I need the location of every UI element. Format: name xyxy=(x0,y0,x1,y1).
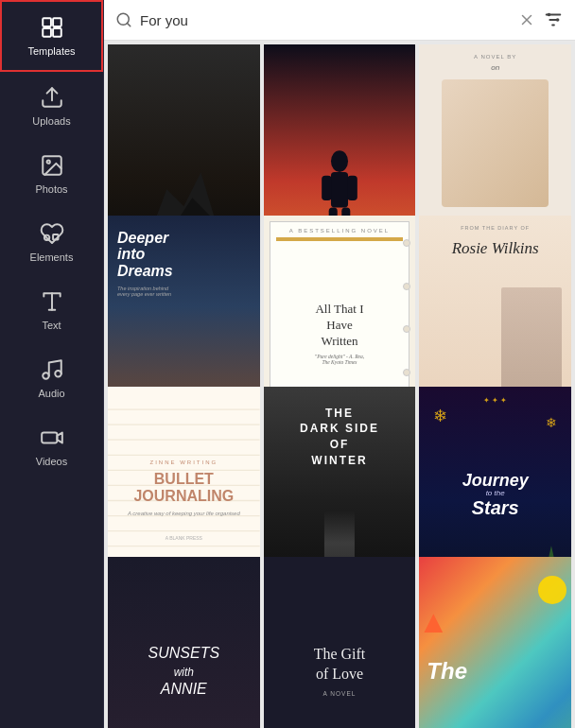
card-footer: A BLANK PRESS xyxy=(166,535,202,541)
card-title: Rosie Wilkins xyxy=(428,239,562,258)
svg-rect-28 xyxy=(322,175,332,199)
card-label: A NOVEL BY xyxy=(419,54,571,60)
card-subtitle: A NOVEL xyxy=(323,690,357,697)
search-bar xyxy=(104,0,575,41)
svg-rect-1 xyxy=(53,18,61,26)
card-title: The Giftof Love xyxy=(314,645,366,685)
svg-rect-0 xyxy=(43,18,51,26)
sidebar-elements-label: Elements xyxy=(30,251,74,263)
card-title: All That IHaveWritten xyxy=(315,302,364,350)
photos-icon xyxy=(40,153,64,178)
svg-rect-29 xyxy=(347,175,357,199)
sidebar-item-audio[interactable]: Audio xyxy=(0,344,103,412)
card-title: SUNSETSwithANNIE xyxy=(148,644,220,699)
templates-icon xyxy=(40,15,64,40)
card-title: The xyxy=(427,660,467,683)
sidebar-uploads-label: Uploads xyxy=(32,115,70,127)
sidebar-item-templates[interactable]: Templates xyxy=(0,0,103,72)
card-quote: "Pure delight" - A. Rea,The Kyoto Times xyxy=(315,354,364,365)
svg-rect-13 xyxy=(42,433,57,443)
svg-point-12 xyxy=(55,371,61,377)
template-card[interactable]: The Giftof Love A NOVEL xyxy=(264,557,416,728)
sidebar-videos-label: Videos xyxy=(36,456,67,467)
svg-rect-7 xyxy=(53,234,58,239)
svg-rect-3 xyxy=(53,28,61,37)
template-card[interactable]: ZINNE WRITING BULLETJOURNALING A creativ… xyxy=(108,387,260,615)
elements-icon xyxy=(40,221,64,246)
sidebar-item-text[interactable]: Text xyxy=(0,276,103,344)
card-title: BULLETJOURNALING xyxy=(133,471,234,504)
svg-point-6 xyxy=(46,161,49,164)
sidebar-item-videos[interactable]: Videos xyxy=(0,412,103,480)
card-label: FROM THE DIARY OF xyxy=(419,225,571,231)
search-filter-button[interactable] xyxy=(543,9,564,30)
card-label: A BESTSELLING NOVEL xyxy=(276,228,404,234)
svg-point-26 xyxy=(331,150,348,172)
svg-point-23 xyxy=(556,18,560,22)
svg-rect-27 xyxy=(331,171,348,207)
svg-point-22 xyxy=(548,13,551,17)
search-input[interactable] xyxy=(140,12,511,28)
card-desc: The inspiration behindevery page ever wr… xyxy=(117,286,251,297)
search-clear-button[interactable] xyxy=(518,11,535,28)
sidebar: Templates Uploads Photos Elements xyxy=(0,0,104,728)
card-desc: A creative way of keeping your life orga… xyxy=(128,511,240,516)
sidebar-audio-label: Audio xyxy=(38,388,64,399)
sidebar-photos-label: Photos xyxy=(35,183,67,195)
card-title-3: Stars xyxy=(462,497,529,519)
card-title: Journey xyxy=(462,472,529,489)
text-icon xyxy=(40,289,64,314)
template-grid: MARCELINE ANDERSON ADORA MONTMINY xyxy=(104,41,575,728)
main-content: MARCELINE ANDERSON ADORA MONTMINY xyxy=(104,0,575,728)
sidebar-text-label: Text xyxy=(42,320,61,331)
search-icon xyxy=(115,11,132,28)
card-title: DeeperintoDreams xyxy=(117,230,251,280)
sidebar-templates-label: Templates xyxy=(27,45,75,57)
card-label: ZINNE WRITING xyxy=(149,459,218,465)
sidebar-item-uploads[interactable]: Uploads xyxy=(0,72,103,140)
videos-icon xyxy=(40,425,64,450)
svg-rect-2 xyxy=(43,28,51,37)
sidebar-item-photos[interactable]: Photos xyxy=(0,140,103,208)
svg-line-16 xyxy=(127,23,130,26)
card-title-2: to the xyxy=(462,489,529,497)
audio-icon xyxy=(40,357,64,382)
svg-point-11 xyxy=(43,373,49,379)
card-title: THEDARK SIDEOFWINTER xyxy=(264,406,416,469)
uploads-icon xyxy=(40,85,64,110)
template-card[interactable]: The xyxy=(419,557,571,728)
sidebar-item-elements[interactable]: Elements xyxy=(0,208,103,276)
